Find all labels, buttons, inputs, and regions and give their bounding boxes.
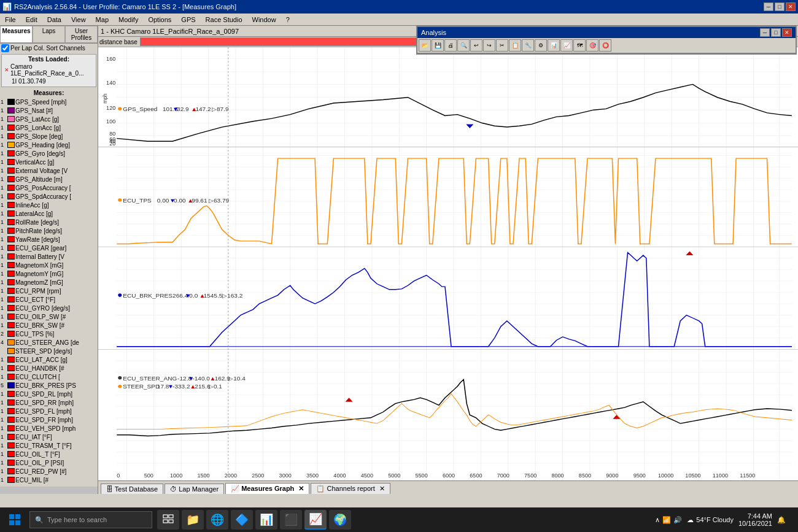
analysis-tool-11[interactable]: 📊 (548, 39, 560, 52)
measure-item[interactable]: 1ECU_SPD_RR [mph] (0, 398, 98, 407)
measure-item[interactable]: 1ECU_OIL_T [°F] (0, 450, 98, 458)
measure-item[interactable]: STEER_SPD [deg/s] (0, 347, 98, 355)
analysis-tool-12[interactable]: 📈 (560, 39, 573, 52)
measure-item[interactable]: 1GPS_Heading [deg] (0, 141, 98, 149)
analysis-tool-1[interactable]: 📂 (419, 39, 431, 52)
menu-options[interactable]: Options (143, 15, 176, 25)
measure-item[interactable]: 5ECU_BRK_PRES [PS (0, 381, 98, 390)
measure-item[interactable]: 1ECU_ECT [°F] (0, 295, 98, 304)
taskbar-app-globe[interactable]: 🌍 (329, 510, 351, 530)
search-box[interactable]: 🔍 Type here to search (29, 511, 152, 528)
measure-item[interactable]: 1ECU_SPD_RL [mph] (0, 390, 98, 398)
analysis-tool-14[interactable]: 🎯 (586, 39, 598, 52)
analysis-tool-13[interactable]: 🗺 (573, 39, 586, 52)
taskbar-taskview[interactable] (157, 510, 179, 530)
measure-item[interactable]: 1ECU_RED_PW [#] (0, 467, 98, 476)
menu-file[interactable]: File (0, 15, 21, 25)
measure-item[interactable]: 1ECU_VEH_SPD [mph (0, 424, 98, 433)
analysis-tool-9[interactable]: 🔧 (522, 39, 534, 52)
measure-item[interactable]: 1ECU_OILP_SW [# (0, 312, 98, 321)
measure-item[interactable]: 1ECU_SPD_FL [mph] (0, 407, 98, 415)
analysis-maximize[interactable]: □ (771, 28, 781, 37)
menu-help[interactable]: ? (281, 15, 295, 25)
measure-item[interactable]: 1ECU_GYRO [deg/s] (0, 304, 98, 312)
per-lap-checkbox[interactable] (1, 44, 9, 52)
taskbar-edge2[interactable]: 🔷 (231, 510, 253, 530)
menu-gps[interactable]: GPS (176, 15, 200, 25)
measure-item[interactable]: 1LateralAcc [g] (0, 209, 98, 218)
measure-item[interactable]: 1GPS_LonAcc [g] (0, 123, 98, 132)
close-btn[interactable]: ✕ (786, 2, 796, 11)
analysis-tool-2[interactable]: 💾 (432, 39, 444, 52)
analysis-tool-5[interactable]: ↩ (470, 39, 482, 52)
menu-modify[interactable]: Modify (114, 15, 143, 25)
notification-icon[interactable]: 🔔 (777, 516, 786, 524)
menu-view[interactable]: View (66, 15, 91, 25)
measure-item[interactable]: 1MagnetomX [mG] (0, 261, 98, 269)
analysis-tool-6[interactable]: ↪ (483, 39, 495, 52)
measure-item[interactable]: 1GPS_Speed [mph] (0, 98, 98, 106)
measure-item[interactable]: 1ECU_RPM [rpm] (0, 287, 98, 295)
measure-item[interactable]: 1ECU_MIL [# (0, 476, 98, 484)
tab-lap-manager[interactable]: ⏱ Lap Manager (165, 484, 224, 494)
analysis-tool-8[interactable]: 📋 (509, 39, 521, 52)
measure-item[interactable]: 1YawRate [deg/s] (0, 235, 98, 244)
analysis-tool-3[interactable]: 🖨 (444, 39, 457, 52)
tab-report-close-btn[interactable]: ✕ (379, 485, 385, 492)
tab-close-btn[interactable]: ✕ (298, 485, 304, 492)
sidebar-scrollbar[interactable] (0, 487, 98, 494)
analysis-title-bar[interactable]: Analysis ─ □ ✕ (417, 27, 796, 38)
analysis-tool-4[interactable]: 🔍 (457, 39, 470, 52)
measure-item[interactable]: 1GPS_Gyro [deg/s] (0, 149, 98, 158)
measure-item[interactable]: 1ECU_IAT [°F] (0, 433, 98, 441)
tab-user-profiles[interactable]: User Profiles (65, 26, 98, 43)
measure-item[interactable]: 1ECU_HANDBK [# (0, 364, 98, 372)
taskbar-edge[interactable]: 🌐 (206, 510, 228, 530)
measure-item[interactable]: 4ECU_STEER_ANG [de (0, 338, 98, 347)
taskbar-app-rs2[interactable]: 📈 (304, 510, 327, 530)
measure-item[interactable]: 1ECU_CLUTCH [ (0, 372, 98, 381)
measure-item[interactable]: 1GPS_Altitude [m] (0, 175, 98, 183)
measure-item[interactable]: 1MagnetomZ [mG] (0, 278, 98, 287)
title-bar-controls[interactable]: ─ □ ✕ (764, 2, 796, 11)
tab-measures-graph[interactable]: 📈 Measures Graph ✕ (225, 483, 309, 494)
measure-item[interactable]: 1ECU_TRASM_T [°F] (0, 441, 98, 450)
menu-map[interactable]: Map (91, 15, 114, 25)
measure-item[interactable]: 1ECU_LAT_ACC [g] (0, 355, 98, 364)
measure-item[interactable]: 1GPS_LatAcc [g] (0, 115, 98, 123)
measure-item[interactable]: 1PitchRate [deg/s] (0, 226, 98, 235)
taskbar-app-extra[interactable]: ⬛ (280, 510, 302, 530)
analysis-close[interactable]: ✕ (782, 28, 792, 37)
tab-measures[interactable]: Measures (0, 26, 33, 43)
measure-item[interactable]: 1GPS_PosAccuracy [ (0, 183, 98, 192)
menu-window[interactable]: Window (247, 15, 281, 25)
analysis-minimize[interactable]: ─ (760, 28, 770, 37)
measure-item[interactable]: 1ECU_OIL_P [PSI] (0, 458, 98, 467)
measure-item[interactable]: 2ECU_TPS [%] (0, 330, 98, 338)
tab-test-database[interactable]: 🗄 Test Database (101, 484, 163, 494)
measure-item[interactable]: 1GPS_Nsat [#] (0, 106, 98, 115)
start-button[interactable] (2, 510, 27, 530)
measure-item[interactable]: 1GPS_SpdAccuracy [ (0, 192, 98, 201)
taskbar-explorer[interactable]: 📁 (182, 510, 204, 530)
tray-chevron[interactable]: ∧ (655, 516, 660, 524)
test-item-1[interactable]: ✕ Camaro 1LE_PacificR_Race_a_0... (3, 63, 95, 77)
measure-item[interactable]: 1ECU_BRK_SW [# (0, 321, 98, 330)
measure-item[interactable]: 1External Voltage [V (0, 166, 98, 175)
measure-item[interactable]: 1RollRate [deg/s] (0, 218, 98, 226)
measure-item[interactable]: 1MagnetomY [mG] (0, 269, 98, 278)
measure-item[interactable]: 1Internal Battery [V (0, 252, 98, 261)
measure-item[interactable]: 1VerticalAcc [g] (0, 158, 98, 166)
analysis-tool-10[interactable]: ⚙ (535, 39, 547, 52)
measure-item[interactable]: 1ECU_GEAR [gear] (0, 244, 98, 252)
menu-data[interactable]: Data (42, 15, 66, 25)
tab-channels-report[interactable]: 📋 Channels report ✕ (311, 483, 390, 494)
analysis-tool-15[interactable]: ⭕ (599, 39, 611, 52)
measure-item[interactable]: 1GPS_Slope [deg] (0, 132, 98, 141)
analysis-tool-7[interactable]: ✂ (496, 39, 508, 52)
tab-laps[interactable]: Laps (33, 26, 65, 43)
measure-item[interactable]: 1InlineAcc [g] (0, 201, 98, 209)
taskbar-office[interactable]: 📊 (255, 510, 277, 530)
menu-edit[interactable]: Edit (21, 15, 42, 25)
minimize-btn[interactable]: ─ (764, 2, 773, 11)
